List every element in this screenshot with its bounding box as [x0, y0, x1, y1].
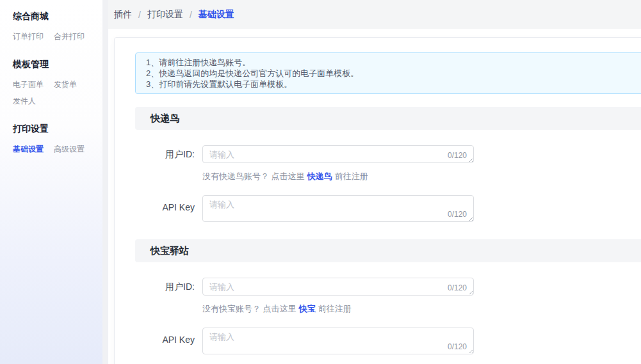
form-row-api-key: API Key 0/120 — [135, 328, 641, 354]
sidebar-group-title: 综合商城 — [13, 10, 91, 22]
sidebar-group-title: 打印设置 — [13, 122, 91, 135]
section-header-kuaidiniao: 快递鸟 — [135, 107, 641, 130]
register-help-prefix: 没有快宝账号？ 点击这里 — [202, 304, 296, 313]
sidebar-item-merge-print[interactable]: 合并打印 — [54, 33, 85, 41]
sidebar-item-shipping-list[interactable]: 发货单 — [54, 81, 77, 89]
info-alert-line: 3、打印前请先设置默认电子面单模板。 — [146, 79, 641, 90]
register-help: 没有快宝账号？ 点击这里快宝前往注册 — [202, 303, 641, 315]
user-id-field: 0/120 — [202, 145, 474, 163]
api-key-label: API Key — [135, 328, 202, 354]
form-row-user-id: 用户ID: 0/120 — [135, 145, 641, 163]
user-id-field: 0/120 — [202, 278, 474, 296]
register-help-suffix: 前往注册 — [318, 304, 352, 313]
sidebar-item-advanced-settings[interactable]: 高级设置 — [54, 145, 85, 154]
breadcrumb-item-basic-settings-current: 基础设置 — [199, 9, 234, 20]
sidebar-item-basic-settings[interactable]: 基础设置 — [13, 145, 44, 154]
register-help-prefix: 没有快递鸟账号？ 点击这里 — [202, 171, 305, 181]
info-alert-line: 1、请前往注册快递鸟账号。 — [146, 57, 641, 68]
user-id-label: 用户ID: — [135, 278, 202, 296]
api-key-input[interactable] — [203, 196, 473, 221]
breadcrumb-item-plugins[interactable]: 插件 — [114, 9, 132, 20]
sidebar-item-order-print[interactable]: 订单打印 — [13, 33, 44, 41]
form-row-user-id: 用户ID: 0/120 — [135, 278, 641, 296]
char-counter: 0/120 — [448, 151, 467, 160]
form-row-api-key: API Key 0/120 — [135, 195, 641, 222]
sidebar-item-sender[interactable]: 发件人 — [13, 97, 36, 106]
register-help-suffix: 前往注册 — [335, 171, 368, 181]
char-counter: 0/120 — [448, 283, 467, 292]
breadcrumb: 插件 / 打印设置 / 基础设置 — [108, 0, 641, 29]
user-id-input[interactable] — [203, 278, 473, 295]
sidebar: 综合商城 订单打印 合并打印 模板管理 电子面单 发货单 发件人 打印设置 基础… — [0, 0, 102, 364]
api-key-field: 0/120 — [202, 195, 474, 222]
breadcrumb-item-print-settings[interactable]: 打印设置 — [147, 9, 183, 20]
char-counter: 0/120 — [448, 210, 467, 219]
api-key-label: API Key — [135, 195, 202, 222]
sidebar-item-e-waybill[interactable]: 电子面单 — [13, 81, 44, 89]
sidebar-group-mall: 综合商城 订单打印 合并打印 — [13, 10, 91, 41]
api-key-input[interactable] — [203, 328, 473, 354]
section-header-kuaibao: 快宝驿站 — [135, 239, 641, 262]
kuaibao-register-link[interactable]: 快宝 — [299, 304, 316, 313]
user-id-input[interactable] — [203, 146, 473, 162]
breadcrumb-separator: / — [190, 10, 192, 20]
info-alert: 1、请前往注册快递鸟账号。 2、快递鸟返回的均是快递公司官方认可的电子面单模板。… — [135, 52, 641, 94]
main-content: 插件 / 打印设置 / 基础设置 1、请前往注册快递鸟账号。 2、快递鸟返回的均… — [108, 0, 641, 364]
sidebar-group-title: 模板管理 — [13, 58, 91, 70]
sidebar-group-print-settings: 打印设置 基础设置 高级设置 — [13, 122, 91, 154]
api-key-field: 0/120 — [202, 328, 474, 354]
settings-card: 1、请前往注册快递鸟账号。 2、快递鸟返回的均是快递公司官方认可的电子面单模板。… — [114, 37, 641, 364]
kuaidiniao-register-link[interactable]: 快递鸟 — [307, 171, 332, 181]
sidebar-group-templates: 模板管理 电子面单 发货单 发件人 — [13, 58, 91, 106]
user-id-label: 用户ID: — [135, 145, 202, 163]
char-counter: 0/120 — [448, 342, 467, 351]
info-alert-line: 2、快递鸟返回的均是快递公司官方认可的电子面单模板。 — [146, 68, 641, 79]
register-help: 没有快递鸟账号？ 点击这里快递鸟前往注册 — [202, 171, 641, 182]
sidebar-main-divider — [102, 0, 108, 364]
breadcrumb-separator: / — [138, 10, 141, 20]
